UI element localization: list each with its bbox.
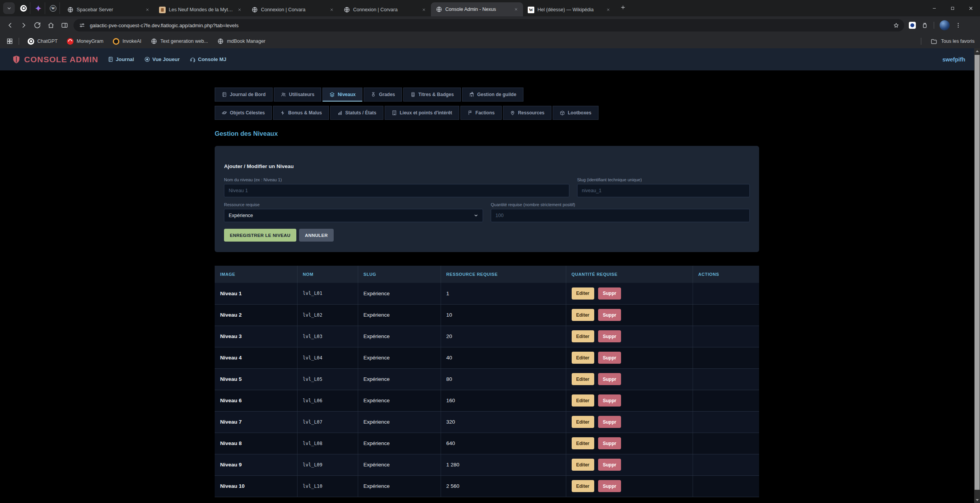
username[interactable]: swefpifh	[942, 56, 965, 63]
edit-button[interactable]: Editer	[572, 416, 594, 428]
secondary-tab[interactable]: Factions	[460, 106, 502, 120]
bookmark-item[interactable]: InvokeAI	[108, 36, 146, 46]
bookmark-label: ChatGPT	[37, 39, 58, 44]
primary-tab[interactable]: Niveaux	[322, 88, 362, 102]
url-text[interactable]: galactic-pve-conquest-c7fe.dev.flatlogic…	[90, 23, 238, 28]
site-settings-icon[interactable]	[79, 22, 85, 28]
maximize-icon[interactable]	[943, 0, 962, 16]
secondary-tab[interactable]: Objets Célestes	[215, 106, 272, 120]
scrollbar[interactable]	[974, 48, 980, 503]
browser-tab[interactable]: Spacebar Server	[62, 3, 154, 16]
scrollbar-down-arrow-icon[interactable]	[974, 497, 980, 503]
scrollbar-up-arrow-icon[interactable]	[974, 48, 980, 54]
browser-tab[interactable]: Les Neuf Mondes de la Mythol...	[154, 3, 247, 16]
resource-select[interactable]: Expérience	[224, 209, 483, 222]
tab-close-icon[interactable]	[328, 7, 335, 13]
brand[interactable]: CONSOLE ADMIN	[12, 55, 98, 64]
home-icon[interactable]	[44, 19, 58, 32]
name-input[interactable]	[224, 184, 569, 197]
wordpress-pinned-tab-icon[interactable]	[47, 2, 60, 14]
delete-button[interactable]: Suppr	[598, 459, 621, 471]
delete-button[interactable]: Suppr	[598, 352, 621, 364]
cancel-button[interactable]: ANNULER	[299, 229, 334, 242]
tab-close-icon[interactable]	[236, 7, 243, 13]
tab-close-icon[interactable]	[605, 7, 611, 13]
edit-button[interactable]: Editer	[572, 437, 594, 449]
level-quantity: 1	[441, 283, 566, 304]
window-controls	[925, 0, 980, 16]
primary-tab[interactable]: Journal de Bord	[215, 88, 273, 102]
empty-actions-cell	[693, 347, 759, 368]
quantity-input[interactable]	[491, 209, 750, 222]
delete-button[interactable]: Suppr	[598, 373, 621, 385]
delete-button[interactable]: Suppr	[598, 437, 621, 449]
bookmark-label: InvokeAI	[122, 39, 142, 44]
tab-close-icon[interactable]	[420, 7, 427, 13]
profile-avatar[interactable]	[940, 20, 950, 30]
extension-icon[interactable]	[909, 22, 916, 29]
secondary-tab[interactable]: Statuts / États	[330, 106, 383, 120]
bookmark-item[interactable]: ChatGPT	[23, 36, 62, 46]
secondary-tab[interactable]: Lieux et points d'intérêt	[385, 106, 459, 120]
delete-button[interactable]: Suppr	[598, 309, 621, 321]
header-nav-item[interactable]: Console MJ	[190, 56, 226, 62]
tab-favicon	[436, 6, 442, 13]
edit-button[interactable]: Editer	[572, 394, 594, 407]
apps-grid-icon[interactable]	[6, 38, 13, 45]
delete-button[interactable]: Suppr	[598, 480, 621, 492]
reload-icon[interactable]	[30, 19, 44, 32]
address-bar[interactable]: galactic-pve-conquest-c7fe.dev.flatlogic…	[74, 19, 904, 32]
row-actions: Editer Suppr	[566, 326, 693, 347]
delete-button[interactable]: Suppr	[598, 394, 621, 407]
tab-close-icon[interactable]	[513, 6, 519, 13]
delete-button[interactable]: Suppr	[598, 287, 621, 300]
bookmark-item[interactable]: Text generation web...	[146, 36, 213, 46]
save-level-button[interactable]: ENREGISTRER LE NIVEAU	[224, 229, 296, 242]
edit-button[interactable]: Editer	[572, 373, 594, 385]
close-window-icon[interactable]	[962, 0, 980, 16]
browser-tab[interactable]: Connexion | Corvara	[247, 3, 339, 16]
level-quantity: 160	[441, 390, 566, 411]
menu-kebab-icon[interactable]	[955, 22, 961, 28]
edit-button[interactable]: Editer	[572, 352, 594, 364]
all-bookmarks[interactable]: Tous les favoris	[921, 38, 975, 45]
slug-input[interactable]	[577, 184, 750, 197]
edit-button[interactable]: Editer	[572, 330, 594, 342]
header-nav-item[interactable]: Vue Joueur	[144, 56, 180, 62]
level-slug: lvl_L02	[297, 304, 358, 326]
scrollbar-thumb[interactable]	[975, 55, 980, 490]
extension-jar-icon[interactable]	[921, 22, 928, 29]
gemini-pinned-tab-icon[interactable]	[32, 2, 45, 14]
tab-search-button[interactable]	[3, 2, 15, 14]
header-nav-item[interactable]: Journal	[108, 56, 134, 62]
secondary-tab[interactable]: Ressources	[503, 106, 551, 120]
bookmark-item[interactable]: MoneyGram	[62, 36, 108, 46]
edit-button[interactable]: Editer	[572, 480, 594, 492]
secondary-tab[interactable]: Lootboxes	[553, 106, 598, 120]
edit-button[interactable]: Editer	[572, 287, 594, 300]
secondary-tab[interactable]: Bonus & Malus	[273, 106, 329, 120]
primary-tab[interactable]: Titres & Badges	[403, 88, 461, 102]
primary-tab[interactable]: Grades	[364, 88, 402, 102]
delete-button[interactable]: Suppr	[598, 330, 621, 342]
minimize-icon[interactable]	[925, 0, 943, 16]
header-nav: Journal Vue Joueur Console MJ	[108, 56, 226, 62]
new-tab-button[interactable]	[618, 2, 628, 13]
browser-tab[interactable]: Hel (déesse) — Wikipédia	[523, 3, 615, 16]
edit-button[interactable]: Editer	[572, 459, 594, 471]
level-slug: lvl_L05	[297, 368, 358, 390]
bookmark-star-icon[interactable]	[893, 22, 900, 29]
side-panel-icon[interactable]	[58, 19, 71, 32]
bookmark-item[interactable]: mdBook Manager	[213, 36, 270, 46]
forward-icon[interactable]	[17, 19, 30, 32]
chatgpt-pinned-tab-icon[interactable]	[17, 2, 30, 14]
edit-button[interactable]: Editer	[572, 309, 594, 321]
bookmark-favicon	[151, 38, 158, 45]
delete-button[interactable]: Suppr	[598, 416, 621, 428]
primary-tab[interactable]: Utilisateurs	[274, 88, 321, 102]
primary-tab[interactable]: Gestion de guilde	[462, 88, 523, 102]
browser-tab[interactable]: Connexion | Corvara	[339, 3, 431, 16]
back-icon[interactable]	[3, 19, 17, 32]
browser-tab[interactable]: Console Admin - Nexus	[431, 2, 523, 16]
tab-close-icon[interactable]	[144, 7, 150, 13]
